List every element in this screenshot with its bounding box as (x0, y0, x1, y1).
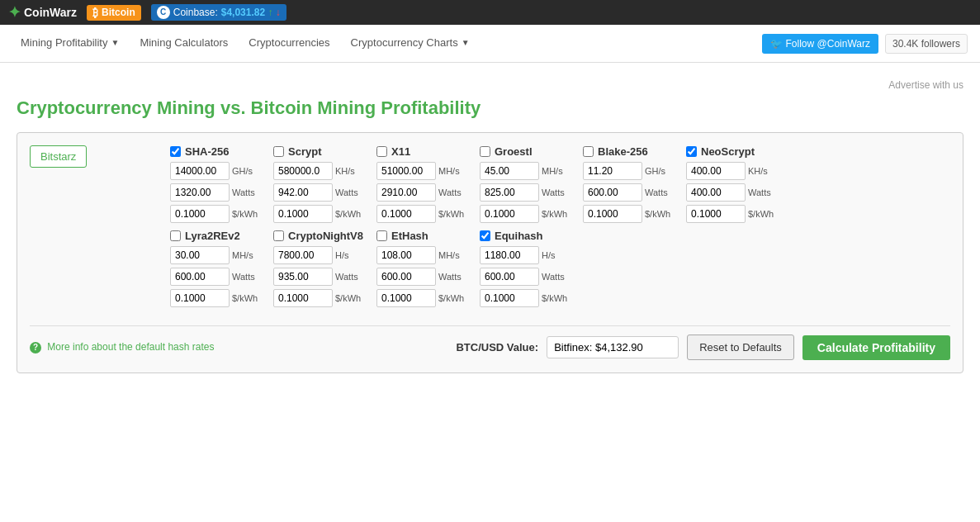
bitcoin-label: Bitcoin (102, 7, 135, 18)
algo-sha256-label: SHA-256 (185, 145, 229, 158)
algo-x11-hashrate-unit: MH/s (438, 166, 468, 176)
algo-lyra2rev2-watts[interactable] (170, 268, 230, 286)
algo-ethash-watts-unit: Watts (438, 272, 468, 282)
reset-button[interactable]: Reset to Defaults (687, 335, 794, 360)
dropdown-arrow: ▼ (111, 38, 120, 47)
algo-groestl: Groestl MH/s Watts $/kWh (480, 145, 571, 226)
calc-right: SHA-256 GH/s Watts $/kWh (170, 145, 950, 311)
nav-item-cryptocurrency-charts[interactable]: Cryptocurrency Charts ▼ (343, 25, 478, 63)
algo-ethash-hashrate-unit: MH/s (438, 250, 468, 260)
algo-x11-watts-unit: Watts (438, 187, 468, 197)
coinbase-icon: C (157, 6, 170, 19)
algo-groestl-checkbox[interactable] (480, 146, 490, 157)
algo-equihash: Equihash H/s Watts $/kWh (480, 230, 571, 311)
logo-icon: ✦ (8, 3, 21, 21)
logo-text: CoinWarz (24, 6, 77, 19)
algo-neoscrypt-watts-unit: Watts (748, 187, 778, 197)
algo-equihash-hashrate[interactable] (480, 246, 539, 264)
algo-blake256-cost[interactable] (583, 205, 642, 223)
algo-sha256-watts[interactable] (170, 183, 230, 202)
algo-lyra2rev2-hashrate[interactable] (170, 246, 230, 264)
algo-sha256-checkbox[interactable] (170, 146, 181, 157)
coinbase-badge[interactable]: C Coinbase: $4,031.82 ↑ ↓ (151, 4, 286, 21)
algo-x11-cost-unit: $/kWh (438, 209, 468, 219)
algo-x11-watts[interactable] (376, 183, 436, 202)
algo-sha256-hashrate[interactable] (170, 162, 230, 180)
algo-ethash-cost[interactable] (376, 289, 436, 307)
algo-equihash-watts[interactable] (480, 268, 539, 286)
algo-groestl-hashrate[interactable] (480, 162, 539, 180)
btc-usd-select[interactable]: Bitfinex: $4,132.90 (547, 336, 679, 358)
algo-equihash-checkbox[interactable] (480, 230, 490, 241)
algo-blake256-cost-unit: $/kWh (645, 209, 675, 219)
algo-scrypt-cost[interactable] (273, 205, 333, 223)
calc-layout: Bitstarz SHA-256 GH/s (30, 145, 950, 311)
followers-count: 30.4K followers (885, 34, 968, 54)
algo-blake256: Blake-256 GH/s Watts $/kWh (583, 145, 675, 226)
nav-item-cryptocurrencies[interactable]: Cryptocurrencies (240, 25, 338, 63)
algo-lyra2rev2-hashrate-unit: MH/s (232, 250, 262, 260)
algo-equihash-cost-unit: $/kWh (542, 293, 571, 303)
coinbase-label: Coinbase: (173, 7, 218, 18)
algo-cryptonightv8-watts[interactable] (273, 268, 333, 286)
algo-ethash-watts[interactable] (376, 268, 436, 286)
algo-blake256-watts[interactable] (583, 183, 642, 202)
algo-blake256-hashrate[interactable] (583, 162, 642, 180)
algo-cryptonightv8-hashrate[interactable] (273, 246, 333, 264)
algo-sha256-cost-unit: $/kWh (232, 209, 262, 219)
algo-scrypt-watts[interactable] (273, 183, 333, 202)
algo-x11-checkbox[interactable] (376, 146, 387, 157)
dropdown-arrow-2: ▼ (462, 38, 470, 47)
algo-groestl-label: Groestl (495, 145, 533, 158)
algo-neoscrypt-watts[interactable] (686, 183, 746, 202)
bitcoin-badge[interactable]: ₿ Bitcoin (87, 5, 141, 21)
logo[interactable]: ✦ CoinWarz (8, 3, 77, 21)
algo-neoscrypt-checkbox[interactable] (686, 146, 697, 157)
algo-neoscrypt-cost[interactable] (686, 205, 746, 223)
algo-cryptonightv8-label: CryptoNightV8 (288, 230, 363, 242)
algo-cryptonightv8-hashrate-unit: H/s (335, 250, 365, 260)
algo-equihash-hashrate-unit: H/s (542, 250, 571, 260)
info-link[interactable]: More info about the default hash rates (47, 341, 214, 353)
algo-cryptonightv8-checkbox[interactable] (273, 230, 284, 241)
algo-x11-hashrate[interactable] (376, 162, 436, 180)
algo-lyra2rev2-cost[interactable] (170, 289, 230, 307)
algo-neoscrypt-label: NeoScrypt (701, 145, 755, 158)
algo-blake256-watts-unit: Watts (645, 187, 675, 197)
algo-lyra2rev2-label: Lyra2REv2 (185, 230, 240, 242)
navbar: Mining Profitability ▼ Mining Calculator… (0, 25, 980, 63)
algo-equihash-label: Equihash (495, 230, 543, 242)
main-content: Advertise with us Cryptocurrency Mining … (0, 63, 980, 390)
algo-scrypt-watts-unit: Watts (335, 187, 365, 197)
algo-equihash-cost[interactable] (480, 289, 539, 307)
algo-scrypt-hashrate[interactable] (273, 162, 333, 180)
algo-neoscrypt-hashrate[interactable] (686, 162, 746, 180)
algo-cryptonightv8-cost[interactable] (273, 289, 333, 307)
twitter-follow-button[interactable]: 🐦 Follow @CoinWarz (762, 34, 878, 54)
algo-scrypt-hashrate-unit: KH/s (335, 166, 365, 176)
bitstarz-button[interactable]: Bitstarz (30, 145, 87, 168)
algo-cryptonightv8: CryptoNightV8 H/s Watts $/kWh (273, 230, 365, 311)
nav-item-mining-calculators[interactable]: Mining Calculators (131, 25, 236, 63)
bitcoin-icon: ₿ (92, 7, 98, 19)
algo-neoscrypt: NeoScrypt KH/s Watts $/kWh (686, 145, 778, 226)
algo-sha256-cost[interactable] (170, 205, 230, 223)
algo-lyra2rev2-checkbox[interactable] (170, 230, 181, 241)
algo-lyra2rev2-cost-unit: $/kWh (232, 293, 262, 303)
algo-blake256-label: Blake-256 (598, 145, 648, 158)
calculate-button[interactable]: Calculate Profitability (802, 335, 950, 360)
algo-ethash: EtHash MH/s Watts $/kWh (376, 230, 468, 311)
algo-scrypt-checkbox[interactable] (273, 146, 284, 157)
algo-ethash-label: EtHash (391, 230, 428, 242)
info-section: ? More info about the default hash rates (30, 341, 447, 354)
algo-x11-cost[interactable] (376, 205, 436, 223)
algo-blake256-checkbox[interactable] (583, 146, 594, 157)
nav-item-mining-profitability[interactable]: Mining Profitability ▼ (12, 25, 127, 63)
algo-groestl-cost[interactable] (480, 205, 539, 223)
algo-ethash-checkbox[interactable] (376, 230, 387, 241)
algo-ethash-hashrate[interactable] (376, 246, 436, 264)
topbar: ✦ CoinWarz ₿ Bitcoin C Coinbase: $4,031.… (0, 0, 980, 25)
calculator-container: Bitstarz SHA-256 GH/s (17, 132, 963, 373)
bottom-controls: BTC/USD Value: Bitfinex: $4,132.90 Reset… (456, 335, 950, 360)
algo-groestl-watts[interactable] (480, 183, 539, 202)
